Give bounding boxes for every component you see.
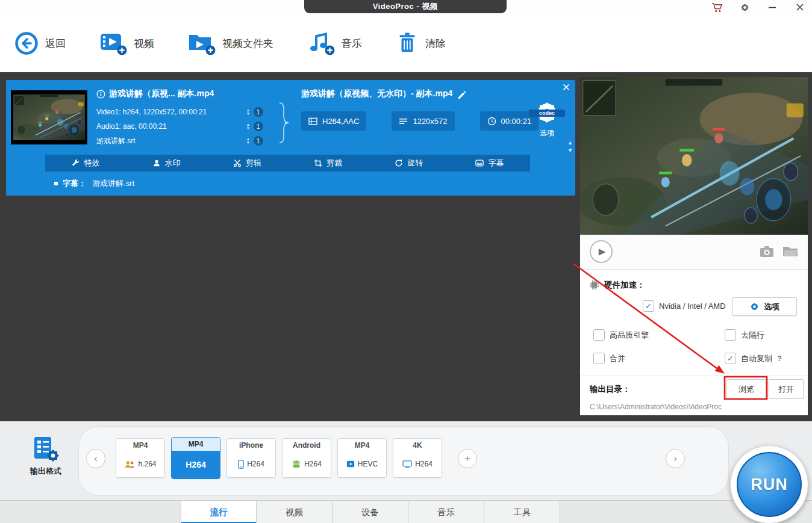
codec-badge: codec <box>529 110 565 117</box>
settings-gear-icon[interactable] <box>739 1 751 13</box>
video-track-stepper-icon[interactable]: ▴▾ <box>247 108 249 116</box>
titlebar-actions <box>711 0 806 14</box>
edit-tab-crop[interactable]: 剪裁 <box>288 155 369 172</box>
resolution-value: 1220x572 <box>413 117 447 126</box>
format-card-mp4-hevc[interactable]: MP4 HEVC <box>337 438 387 478</box>
browse-button-label: 浏览 <box>739 384 754 395</box>
merge-label: 合并 <box>610 353 625 364</box>
film-play-icon <box>346 460 355 468</box>
cart-icon[interactable] <box>711 1 723 13</box>
output-file-name-text: 游戏讲解（原视频、无水印）- 副本.mp4 <box>301 88 452 99</box>
tab-tools[interactable]: 工具 <box>484 501 560 523</box>
video-preview[interactable] <box>580 77 808 235</box>
format-card-top-label: iPhone <box>227 439 275 452</box>
tab-music[interactable]: 音乐 <box>408 501 484 523</box>
file-scroll-spinners[interactable]: ▲▼ <box>567 140 573 153</box>
info-icon[interactable] <box>96 90 105 99</box>
video-track-row: Video1: h264, 1220x572, 00:00:21 ▴▾ 1 <box>96 107 271 117</box>
video-thumbnail[interactable] <box>11 90 87 144</box>
format-card-iphone-h264[interactable]: iPhone H264 <box>226 438 276 478</box>
subtitle-track-stepper-icon[interactable]: ▴▾ <box>247 137 249 144</box>
minimize-button[interactable] <box>766 1 778 13</box>
hardware-options-label: 选项 <box>764 302 779 312</box>
output-info-chips: H264,AAC 1220x572 00:00:21 <box>301 111 539 131</box>
source-file-name-text: 游戏讲解（原视... 副本.mp4 <box>109 88 214 99</box>
auto-copy-label: 自动复制 <box>741 353 772 364</box>
tab-video[interactable]: 视频 <box>257 501 333 523</box>
run-button[interactable]: RUN <box>730 445 808 523</box>
open-folder-icon[interactable] <box>782 245 798 259</box>
subtitle-track-count-badge: 1 <box>254 136 263 146</box>
format-card-4k-h264[interactable]: 4K H264 <box>393 438 442 478</box>
window-title-text: VideoProc - 视频 <box>373 1 439 12</box>
edit-tab-label: 特效 <box>84 158 100 169</box>
play-button[interactable]: ▶ <box>590 240 613 263</box>
merge-checkbox[interactable] <box>593 353 605 364</box>
android-icon <box>292 460 301 468</box>
video-track-label: Video1: h264, 1220x572, 00:00:21 <box>96 108 247 116</box>
edit-tab-effects[interactable]: 特效 <box>45 155 126 172</box>
open-button[interactable]: 打开 <box>769 379 804 399</box>
window-title: VideoProc - 视频 <box>304 0 507 13</box>
edit-tab-cut[interactable]: 剪辑 <box>207 155 287 172</box>
tab-device[interactable]: 设备 <box>333 501 408 523</box>
tab-popular[interactable]: 流行 <box>181 501 257 523</box>
gpu-vendor-row: Nvidia / Intel / AMD <box>643 300 726 312</box>
deinterlace-checkbox[interactable] <box>725 329 736 341</box>
subtitle-status-file: 游戏讲解.srt <box>92 178 134 189</box>
high-quality-label: 高品质引擎 <box>610 330 649 341</box>
hardware-options-button[interactable]: 选项 <box>732 297 797 316</box>
auto-copy-help-icon[interactable]: ? <box>777 354 782 363</box>
add-music-button[interactable]: 音乐 <box>307 31 362 56</box>
edit-tab-label: 字幕 <box>488 158 504 169</box>
format-card-android-h264[interactable]: Android H264 <box>282 438 331 478</box>
rename-pencil-icon[interactable] <box>457 90 466 99</box>
options-gear-icon <box>749 302 760 312</box>
edit-tab-label: 水印 <box>165 158 181 169</box>
high-quality-checkbox[interactable] <box>593 329 605 341</box>
back-button[interactable]: 返回 <box>14 31 66 55</box>
tab-label: 工具 <box>513 507 531 518</box>
browse-button[interactable]: 浏览 <box>726 379 766 399</box>
close-button[interactable] <box>794 1 806 13</box>
format-card-top-label: 4K <box>393 439 442 452</box>
scroll-right-button[interactable]: › <box>666 449 685 468</box>
audio-track-count-badge: 1 <box>254 122 263 131</box>
add-format-button[interactable]: + <box>458 449 477 468</box>
hardware-accel-row: 硬件加速： <box>589 279 645 291</box>
edit-tab-watermark[interactable]: 水印 <box>126 155 207 172</box>
output-format-button[interactable]: 输出格式 <box>23 436 69 477</box>
remove-file-icon[interactable]: ✕ <box>562 82 570 93</box>
plus-icon: + <box>464 453 470 465</box>
format-card-mp4-h264-legacy[interactable]: MP4 h.264 <box>116 438 165 478</box>
video-folder-plus-icon <box>188 31 216 56</box>
edit-tab-rotate[interactable]: 旋转 <box>369 155 449 172</box>
output-format-icon <box>32 436 60 462</box>
snapshot-camera-icon[interactable] <box>760 246 774 260</box>
edit-toolbar: 特效 水印 剪辑 <box>45 155 530 172</box>
format-card-top-label: MP4 <box>172 438 220 451</box>
people-icon <box>124 460 135 469</box>
preview-controls: ▶ <box>580 235 808 270</box>
tab-label: 视频 <box>286 507 303 518</box>
codec-options-button[interactable]: codec 选项 <box>526 98 567 138</box>
audio-track-row: Audio1: aac, 00:00:21 ▴▾ 1 <box>96 121 271 132</box>
edit-tab-label: 旋转 <box>407 158 423 169</box>
scroll-left-button[interactable]: ‹ <box>86 449 105 468</box>
run-button-label: RUN <box>737 452 802 517</box>
format-card-mp4-h264-selected[interactable]: MP4 H264 <box>171 437 220 479</box>
subtitle-track-label: 游戏讲解.srt <box>96 136 247 146</box>
edit-tab-subtitle[interactable]: 字幕 <box>449 155 530 172</box>
trash-icon <box>396 31 419 55</box>
clear-button[interactable]: 清除 <box>396 31 446 55</box>
audio-track-stepper-icon[interactable]: ▴▾ <box>247 123 249 130</box>
subtitle-status-label: 字幕： <box>63 178 86 189</box>
add-video-button[interactable]: 视频 <box>99 31 154 56</box>
format-card-bottom-label: H264 <box>247 460 264 468</box>
add-video-folder-button[interactable]: 视频文件夹 <box>188 31 273 56</box>
source-file-name: 游戏讲解（原视... 副本.mp4 <box>96 88 214 99</box>
gpu-vendor-checkbox[interactable] <box>643 300 654 312</box>
format-cards: MP4 h.264 MP4 H264 iPhone <box>116 438 442 479</box>
format-card-top-label: MP4 <box>338 439 386 452</box>
auto-copy-checkbox[interactable] <box>725 353 736 364</box>
